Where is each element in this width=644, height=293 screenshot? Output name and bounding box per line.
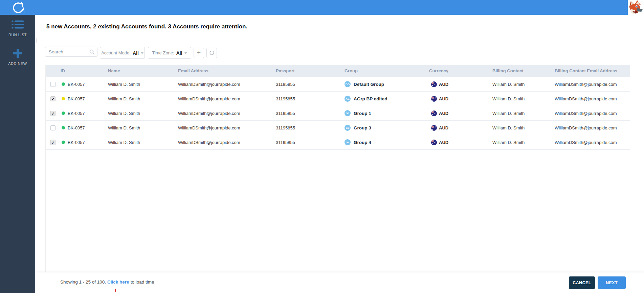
account-email: WilliamDSmith@jourrapide.com [178, 82, 276, 87]
table-row: BK-0057 William D. Smith WilliamDSmith@j… [46, 77, 630, 92]
table-row: ✓ BK-0057 William D. Smith WilliamDSmith… [46, 92, 630, 106]
search-input[interactable] [45, 47, 85, 56]
header-divider [36, 38, 643, 38]
group-badge: G1 [345, 110, 351, 116]
account-email: WilliamDSmith@jourrapide.com [178, 140, 276, 145]
run-list-icon [12, 20, 24, 29]
account-name: William D. Smith [108, 111, 178, 116]
add-filter-button[interactable]: + [194, 48, 204, 58]
pagination-status: Showing 1 - 25 of 100. Click here to loa… [60, 279, 154, 285]
time-zone-dropdown[interactable]: Time Zone: All [148, 47, 191, 59]
currency-code: AUD [439, 140, 448, 145]
account-mode-dropdown[interactable]: Account Mode: All [100, 47, 145, 59]
summary-message: 5 new Accounts, 2 existing Accounts foun… [46, 23, 247, 30]
billing-email: WilliamDSmith@jourrapide.com [555, 140, 630, 145]
table-row: ✓ BK-0057 William D. Smith WilliamDSmith… [46, 135, 630, 150]
accounts-table: ID Name Email Address Passport Group Cur… [45, 65, 630, 272]
fox-mascot-image [628, 0, 643, 16]
status-dot [62, 97, 65, 100]
account-email: WilliamDSmith@jourrapide.com [178, 125, 276, 130]
time-zone-label: Time Zone: [152, 50, 174, 55]
plus-icon: + [197, 49, 201, 56]
column-header-passport: Passport [276, 68, 345, 73]
australia-flag-icon [431, 96, 437, 102]
row-checkbox[interactable] [50, 82, 55, 87]
column-header-billing-contact: Billing Contact [492, 68, 555, 73]
account-id: BK-0057 [68, 82, 85, 87]
header-divider-tick [36, 38, 37, 43]
next-button[interactable]: NEXT [598, 276, 626, 289]
load-time-text: to load time [131, 279, 154, 285]
table-row: BK-0057 William D. Smith WilliamDSmith@j… [46, 121, 630, 135]
australia-flag-icon [431, 81, 437, 87]
add-new-plus-icon [13, 49, 22, 58]
status-dot [62, 141, 65, 144]
column-header-currency: Currency [429, 68, 492, 73]
group-badge: G4 [345, 139, 351, 145]
account-mode-value: All [133, 50, 139, 56]
billing-contact: William D. Smith [492, 140, 555, 145]
row-checkbox[interactable] [50, 125, 55, 130]
text-cursor-artifact [115, 289, 116, 292]
row-checkbox[interactable]: ✓ [50, 111, 55, 116]
column-header-email: Email Address [178, 68, 276, 73]
status-dot [62, 82, 65, 86]
group-name: Group 3 [354, 125, 371, 130]
top-bar [0, 0, 628, 15]
account-name: William D. Smith [108, 96, 178, 101]
billing-contact: William D. Smith [492, 96, 555, 101]
group-badge: AE [345, 96, 351, 102]
account-email: WilliamDSmith@jourrapide.com [178, 111, 276, 116]
billing-email: WilliamDSmith@jourrapide.com [555, 125, 630, 130]
table-body: BK-0057 William D. Smith WilliamDSmith@j… [46, 77, 630, 150]
search-icon [89, 49, 95, 55]
row-checkbox[interactable]: ✓ [50, 96, 55, 101]
account-id: BK-0057 [68, 125, 85, 130]
table-row: ✓ BK-0057 William D. Smith WilliamDSmith… [46, 106, 630, 121]
group-badge: G3 [345, 125, 351, 131]
footer-bar: Showing 1 - 25 of 100. Click here to loa… [35, 272, 644, 293]
group-name: Group 4 [354, 140, 371, 145]
column-header-group: Group [345, 68, 429, 73]
table-header-row: ID Name Email Address Passport Group Cur… [46, 65, 630, 77]
sidebar: RUN LIST ADD NEW [0, 15, 35, 293]
billing-email: WilliamDSmith@jourrapide.com [555, 82, 630, 87]
chevron-down-icon [141, 52, 143, 54]
account-email: WilliamDSmith@jourrapide.com [178, 96, 276, 101]
currency-code: AUD [439, 82, 448, 87]
currency-code: AUD [439, 125, 448, 130]
row-checkbox[interactable]: ✓ [50, 140, 55, 145]
account-passport: 31195855 [276, 125, 345, 130]
status-dot [62, 126, 65, 129]
account-name: William D. Smith [108, 125, 178, 130]
currency-code: AUD [439, 96, 448, 101]
account-id: BK-0057 [68, 111, 85, 116]
cancel-button[interactable]: CANCEL [569, 276, 595, 289]
australia-flag-icon [431, 111, 437, 116]
account-passport: 31195855 [276, 82, 345, 87]
refresh-button[interactable] [206, 48, 217, 58]
account-name: William D. Smith [108, 140, 178, 145]
compass-logo-icon [9, 1, 26, 14]
australia-flag-icon [431, 140, 437, 145]
group-name: Group 1 [354, 111, 371, 116]
account-mode-label: Account Mode: [101, 50, 131, 55]
account-id: BK-0057 [68, 140, 85, 145]
column-header-billing-email: Billing Contact Email Address [555, 68, 630, 73]
column-header-id: ID [46, 68, 108, 73]
sidebar-item-add-new[interactable]: ADD NEW [0, 49, 35, 66]
chevron-down-icon [184, 52, 187, 54]
click-here-link[interactable]: Click here [107, 279, 129, 285]
account-id: BK-0057 [68, 96, 85, 101]
account-passport: 31195855 [276, 111, 345, 116]
sidebar-item-run-list[interactable]: RUN LIST [0, 20, 35, 37]
column-header-name: Name [108, 68, 178, 73]
group-name: Default Group [354, 82, 384, 87]
account-name: William D. Smith [108, 82, 178, 87]
app-logo[interactable] [0, 0, 35, 15]
sidebar-item-label: RUN LIST [0, 33, 35, 37]
status-dot [62, 112, 65, 115]
australia-flag-icon [431, 125, 437, 131]
currency-code: AUD [439, 111, 448, 116]
group-name: AGrp BP edited [354, 96, 387, 101]
